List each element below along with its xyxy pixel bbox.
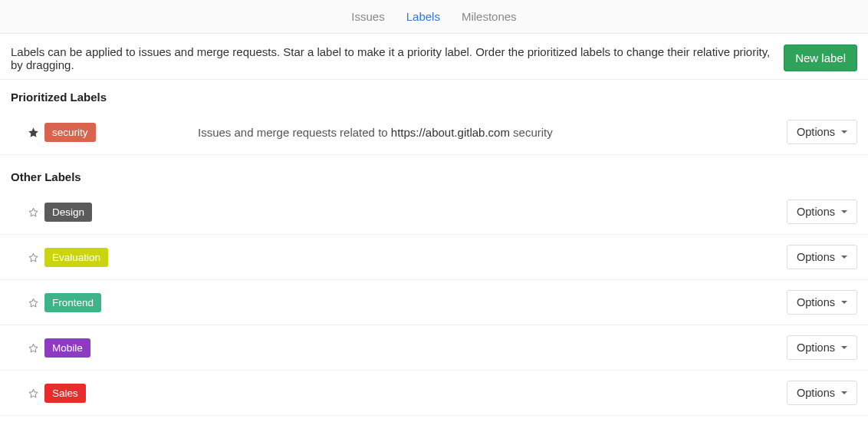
label-description: Issues and merge requests related to htt… [198,126,787,139]
label-row-frontend: FrontendOptions [0,280,868,325]
tab-labels[interactable]: Labels [406,10,440,23]
options-button[interactable]: Options [787,290,857,315]
star-outline-icon[interactable] [28,297,39,308]
other-section-title: Other Labels [0,160,868,190]
new-label-button[interactable]: New label [784,45,857,71]
label-tag-security[interactable]: security [44,123,96,142]
label-tag-evaluation[interactable]: Evaluation [44,248,108,267]
help-text: Labels can be applied to issues and merg… [11,45,784,71]
star-outline-icon[interactable] [28,206,39,218]
prioritized-section-title: Prioritized Labels [0,80,868,110]
label-row-mobile: MobileOptions [0,325,868,371]
label-row-evaluation: EvaluationOptions [0,235,868,280]
options-button[interactable]: Options [787,120,857,144]
options-button[interactable]: Options [787,335,857,360]
caret-down-icon [841,256,847,259]
description-link[interactable]: https://about.gitlab.com [391,126,510,139]
tab-milestones[interactable]: Milestones [462,10,517,23]
star-icon[interactable] [28,127,39,138]
caret-down-icon [841,130,847,134]
options-button[interactable]: Options [787,199,857,224]
options-button[interactable]: Options [787,381,857,405]
caret-down-icon [841,210,847,213]
tab-issues[interactable]: Issues [351,10,384,23]
label-row-security: security Issues and merge requests relat… [0,110,868,155]
label-tag-frontend[interactable]: Frontend [44,293,101,312]
caret-down-icon [841,346,847,349]
options-button[interactable]: Options [787,245,857,269]
label-row-sales: SalesOptions [0,371,868,416]
caret-down-icon [841,301,847,304]
labels-header: Labels can be applied to issues and merg… [0,34,868,80]
label-row-design: DesignOptions [0,190,868,235]
caret-down-icon [841,391,847,394]
star-outline-icon[interactable] [28,252,39,263]
star-outline-icon[interactable] [28,342,39,354]
label-tag-design[interactable]: Design [44,203,92,222]
label-tag-sales[interactable]: Sales [44,384,86,403]
nav-tabs: Issues Labels Milestones [0,0,868,34]
star-outline-icon[interactable] [28,387,39,399]
label-tag-mobile[interactable]: Mobile [44,338,90,358]
